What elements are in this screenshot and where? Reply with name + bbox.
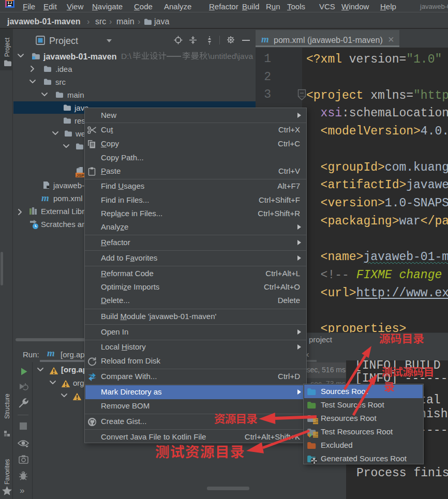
svg-text:JSP: JSP xyxy=(77,173,85,178)
